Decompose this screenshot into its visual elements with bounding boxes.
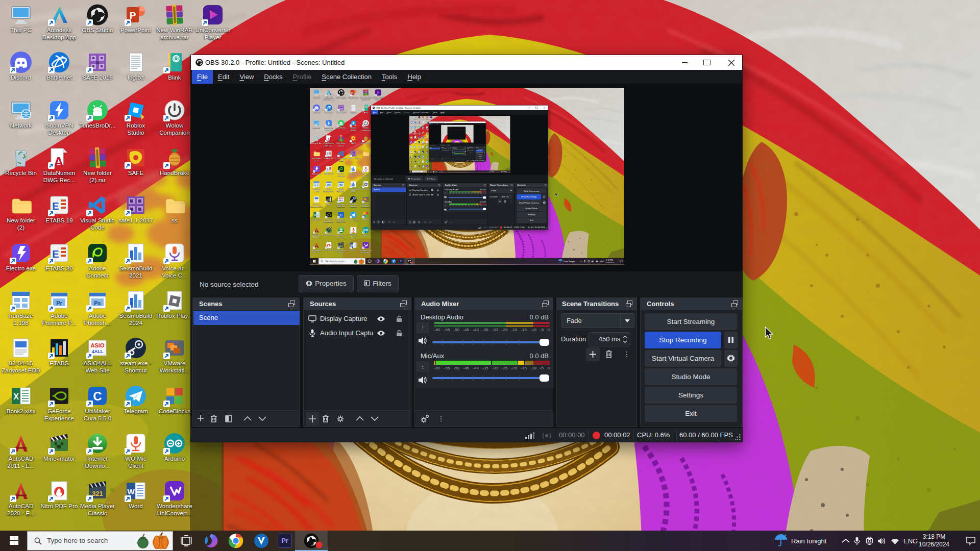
svg-text:C: C: [339, 213, 342, 217]
svg-text:321: 321: [92, 490, 103, 497]
svg-text:Ps: Ps: [94, 300, 101, 306]
svg-text:A: A: [54, 154, 64, 168]
svg-text:X: X: [13, 392, 19, 401]
svg-text:X: X: [314, 213, 316, 216]
svg-text:Pr: Pr: [328, 184, 330, 186]
svg-text:321: 321: [339, 245, 344, 247]
svg-text:321: 321: [419, 166, 420, 167]
svg-text:W: W: [127, 487, 135, 496]
svg-text:ASIO: ASIO: [91, 342, 105, 348]
svg-text:Ps: Ps: [340, 184, 342, 186]
svg-text:A: A: [415, 132, 416, 133]
svg-text:C: C: [419, 156, 420, 158]
svg-text:4ALL: 4ALL: [339, 199, 343, 202]
svg-text:C: C: [93, 389, 102, 403]
svg-text:A: A: [327, 137, 330, 142]
svg-text:4ALL: 4ALL: [92, 349, 104, 354]
svg-text:Pr: Pr: [56, 300, 62, 306]
